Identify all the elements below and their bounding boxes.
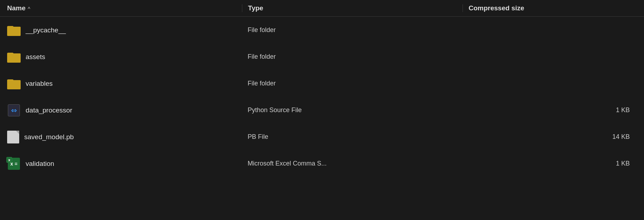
table-row[interactable]: x ≡ x validation Microsoft Excel Comma S… [0, 150, 644, 177]
compressed-column-header[interactable]: Compressed size [463, 4, 644, 12]
folder-icon [7, 51, 21, 63]
file-explorer: Name ^ Type Compressed size __pycache__ … [0, 0, 644, 220]
file-size: 1 KB [463, 160, 644, 167]
file-name-cell: variables [7, 78, 242, 89]
name-header-label: Name [7, 4, 26, 12]
file-name: __pycache__ [26, 26, 66, 34]
table-row[interactable]: variables File folder [0, 70, 644, 97]
file-name: data_processor [26, 106, 72, 114]
file-name-cell: __pycache__ [7, 25, 242, 36]
file-name: validation [26, 160, 54, 168]
file-list: __pycache__ File folder assets File fold… [0, 17, 644, 220]
file-size: 1 KB [463, 106, 644, 114]
file-name-cell: saved_model.pb [7, 131, 242, 143]
file-name-cell: data_processor [7, 104, 242, 117]
table-row[interactable]: __pycache__ File folder [0, 17, 644, 43]
file-name-cell: x ≡ x validation [7, 157, 242, 170]
folder-icon [7, 25, 21, 36]
table-row[interactable]: data_processor Python Source File 1 KB [0, 97, 644, 124]
file-type: Microsoft Excel Comma S... [242, 160, 463, 167]
sort-arrow-icon: ^ [28, 6, 31, 11]
file-type: File folder [242, 80, 463, 87]
file-size: 14 KB [463, 133, 644, 141]
python-icon [7, 104, 21, 117]
folder-icon [7, 78, 21, 89]
file-name-cell: assets [7, 51, 242, 63]
name-column-header[interactable]: Name ^ [7, 4, 242, 12]
table-row[interactable]: assets File folder [0, 43, 644, 70]
excel-icon: x ≡ x [7, 157, 21, 170]
file-type: File folder [242, 53, 463, 61]
file-type: Python Source File [242, 106, 463, 114]
file-name: variables [26, 80, 53, 88]
file-name: saved_model.pb [24, 133, 74, 141]
file-type: File folder [242, 26, 463, 34]
type-column-header[interactable]: Type [242, 4, 463, 12]
file-type: PB File [242, 133, 463, 141]
file-name: assets [26, 53, 45, 61]
table-header: Name ^ Type Compressed size [0, 0, 644, 17]
table-row[interactable]: saved_model.pb PB File 14 KB [0, 124, 644, 150]
generic-file-icon [7, 131, 19, 143]
